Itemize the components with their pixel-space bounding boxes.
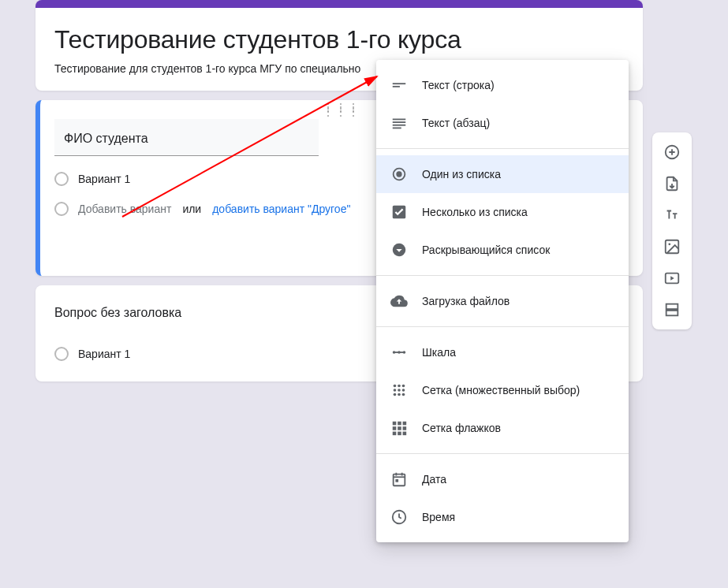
time-icon xyxy=(390,508,408,526)
import-questions-button[interactable] xyxy=(657,169,687,199)
svg-point-24 xyxy=(398,393,401,396)
svg-point-25 xyxy=(402,393,405,396)
svg-rect-28 xyxy=(403,422,407,426)
svg-rect-30 xyxy=(398,426,401,430)
menu-separator xyxy=(376,275,629,276)
menu-item-label: Время xyxy=(422,511,455,523)
menu-separator xyxy=(376,148,629,149)
checkbox-icon xyxy=(390,203,408,221)
svg-rect-27 xyxy=(398,422,401,426)
svg-rect-6 xyxy=(393,121,406,123)
add-title-button[interactable] xyxy=(657,200,687,230)
add-image-button[interactable] xyxy=(657,232,687,262)
short-text-icon xyxy=(390,76,408,94)
add-section-button[interactable] xyxy=(657,295,687,325)
svg-rect-34 xyxy=(403,432,407,436)
svg-rect-31 xyxy=(403,426,407,430)
form-title[interactable]: Тестирование студентов 1-го курса xyxy=(54,25,624,54)
menu-item-date[interactable]: Дата xyxy=(376,460,629,498)
menu-item-dropdown[interactable]: Раскрывающийся список xyxy=(376,231,629,269)
svg-rect-43 xyxy=(666,311,678,315)
svg-rect-8 xyxy=(393,128,401,129)
svg-rect-4 xyxy=(393,86,400,87)
svg-point-21 xyxy=(398,389,401,392)
grid-radio-icon xyxy=(390,381,408,399)
svg-rect-7 xyxy=(393,125,406,126)
radio-icon xyxy=(54,347,69,361)
question-title-input[interactable] xyxy=(54,119,319,156)
svg-rect-42 xyxy=(666,304,678,309)
svg-point-23 xyxy=(394,393,397,396)
svg-rect-26 xyxy=(393,422,397,426)
svg-point-18 xyxy=(398,385,401,388)
side-toolbar xyxy=(652,132,692,329)
menu-item-label: Текст (абзац) xyxy=(422,117,490,129)
menu-separator xyxy=(376,326,629,327)
menu-item-label: Сетка флажков xyxy=(422,422,501,434)
menu-item-radio[interactable]: Один из списка xyxy=(376,155,629,193)
menu-item-label: Раскрывающийся список xyxy=(422,244,550,256)
question-type-menu: Текст (строка) Текст (абзац) Один из спи… xyxy=(376,60,629,542)
menu-item-label: Несколько из списка xyxy=(422,206,528,218)
option-label: Вариант 1 xyxy=(78,348,130,360)
svg-rect-33 xyxy=(398,432,401,436)
menu-item-label: Дата xyxy=(422,473,446,486)
grid-check-icon xyxy=(390,419,408,437)
radio-icon xyxy=(390,166,408,183)
menu-separator xyxy=(376,453,629,454)
date-icon xyxy=(390,471,408,488)
menu-item-label: Сетка (множественный выбор) xyxy=(422,384,580,396)
svg-rect-5 xyxy=(393,119,406,121)
svg-point-10 xyxy=(396,171,401,177)
dropdown-icon xyxy=(390,241,408,259)
menu-item-upload[interactable]: Загрузка файлов xyxy=(376,282,629,320)
svg-point-19 xyxy=(402,385,405,388)
menu-item-label: Один из списка xyxy=(422,168,501,180)
menu-item-paragraph[interactable]: Текст (абзац) xyxy=(376,104,629,142)
svg-rect-3 xyxy=(393,83,406,84)
menu-item-checkbox[interactable]: Несколько из списка xyxy=(376,193,629,231)
svg-point-17 xyxy=(394,385,397,388)
menu-item-short-text[interactable]: Текст (строка) xyxy=(376,66,629,104)
radio-icon xyxy=(54,202,69,216)
drag-handle-icon[interactable]: ⋮⋮⋮⋮⋮⋮ xyxy=(323,105,360,114)
upload-icon xyxy=(390,292,408,310)
menu-item-grid-check[interactable]: Сетка флажков xyxy=(376,409,629,447)
add-video-button[interactable] xyxy=(657,263,687,293)
menu-item-time[interactable]: Время xyxy=(376,498,629,536)
radio-icon xyxy=(54,172,69,186)
add-other-button[interactable]: добавить вариант "Другое" xyxy=(212,203,350,215)
svg-rect-16 xyxy=(394,352,405,353)
menu-item-label: Загрузка файлов xyxy=(422,295,510,307)
svg-rect-29 xyxy=(393,426,397,430)
svg-rect-35 xyxy=(394,474,405,486)
menu-item-scale[interactable]: Шкала xyxy=(376,333,629,371)
svg-rect-36 xyxy=(395,479,398,482)
svg-point-20 xyxy=(394,389,397,392)
menu-item-label: Шкала xyxy=(422,346,456,359)
menu-item-grid-radio[interactable]: Сетка (множественный выбор) xyxy=(376,371,629,409)
svg-point-40 xyxy=(668,243,670,245)
paragraph-icon xyxy=(390,114,408,132)
scale-icon xyxy=(390,344,408,361)
or-label: или xyxy=(182,203,201,215)
svg-rect-32 xyxy=(393,432,397,436)
svg-point-22 xyxy=(402,389,405,392)
menu-item-label: Текст (строка) xyxy=(422,79,495,91)
add-option-label[interactable]: Добавить вариант xyxy=(78,203,171,215)
add-question-button[interactable] xyxy=(657,137,687,167)
option-label[interactable]: Вариант 1 xyxy=(78,173,130,185)
